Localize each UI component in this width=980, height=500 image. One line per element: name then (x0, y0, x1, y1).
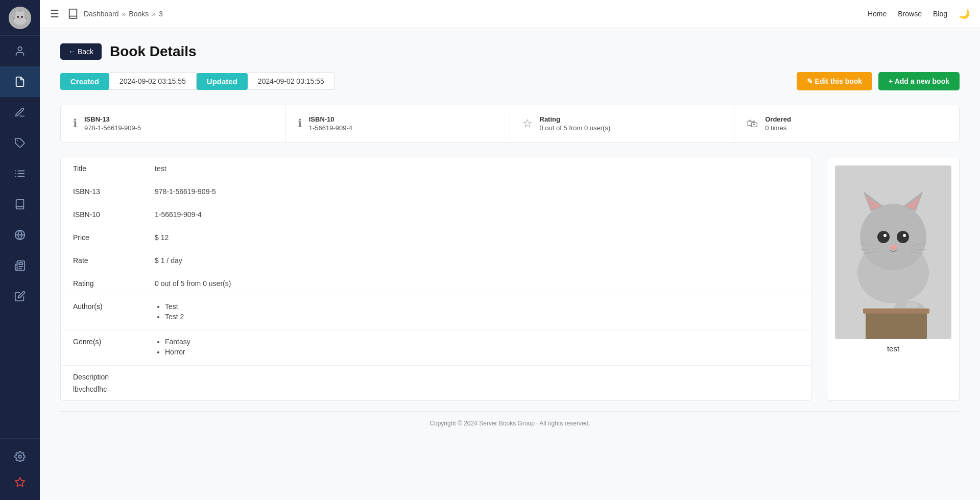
topbar-nav: Home Browse Blog 🌙 (868, 8, 970, 19)
detail-label-rate: Rate (73, 256, 155, 265)
created-value: 2024-09-02 03:15:55 (109, 73, 197, 90)
detail-row-isbn10: ISBN-10 1-56619-909-4 (61, 203, 811, 226)
detail-label-price: Price (73, 233, 155, 242)
isbn10-label: ISBN-10 (309, 115, 352, 123)
dark-mode-toggle[interactable]: 🌙 (959, 8, 970, 19)
detail-row-authors: Author(s) Test Test 2 (61, 295, 811, 330)
detail-row-title: Title test (61, 157, 811, 180)
svg-point-13 (18, 47, 21, 51)
detail-row-price: Price $ 12 (61, 226, 811, 249)
sidebar-item-tags[interactable] (0, 128, 40, 158)
svg-point-35 (903, 234, 906, 237)
book-image-panel: test (827, 157, 960, 401)
info-card-isbn13: ℹ ISBN-13 978-1-56619-909-5 (61, 105, 285, 142)
detail-value-isbn10: 1-56619-909-4 (155, 210, 799, 219)
back-button[interactable]: ← Back (60, 43, 102, 60)
breadcrumb-sep-2: » (152, 10, 156, 18)
svg-rect-46 (863, 308, 929, 314)
nav-home[interactable]: Home (868, 10, 887, 18)
detail-row-rating: Rating 0 out of 5 from 0 user(s) (61, 272, 811, 295)
sidebar-item-settings[interactable] (0, 444, 40, 469)
detail-value-title: test (155, 164, 799, 173)
detail-label-isbn13: ISBN-13 (73, 187, 155, 196)
sidebar-item-book[interactable] (0, 189, 40, 220)
svg-point-36 (890, 245, 897, 250)
isbn10-value: 1-56619-909-4 (309, 124, 352, 132)
isbn13-icon: ℹ (73, 117, 77, 130)
detail-row-rate: Rate $ 1 / day (61, 249, 811, 272)
detail-row-description: Description lbvchcdfhc (61, 366, 811, 400)
svg-point-6 (21, 16, 23, 18)
sidebar-item-list[interactable] (0, 158, 40, 189)
detail-label-title: Title (73, 164, 155, 173)
svg-point-23 (18, 455, 21, 458)
topbar: ☰ Dashboard » Books » 3 Home Browse Blog… (40, 0, 980, 28)
ordered-label: Ordered (765, 115, 791, 123)
info-card-isbn10: ℹ ISBN-10 1-56619-909-4 (285, 105, 510, 142)
breadcrumb: Dashboard » Books » 3 (84, 10, 163, 18)
updated-value: 2024-09-02 03:15:55 (248, 73, 335, 90)
rating-icon: ☆ (522, 117, 533, 130)
ordered-icon: 🛍 (747, 117, 758, 130)
detail-label-description: Description (73, 373, 155, 381)
svg-point-32 (877, 231, 890, 243)
created-badge: Created (60, 73, 109, 90)
avatar[interactable] (0, 0, 40, 36)
add-book-button[interactable]: + Add a new book (878, 72, 960, 90)
detail-label-isbn10: ISBN-10 (73, 210, 155, 219)
info-card-ordered: 🛍 Ordered 0 times (734, 105, 959, 142)
detail-value-rating: 0 out of 5 from 0 user(s) (155, 279, 799, 288)
genre-item-1: Fantasy (165, 338, 799, 346)
main-content: ← Back Book Details Created 2024-09-02 0… (40, 28, 980, 500)
ts-actions: ✎ Edit this book + Add a new book (797, 72, 960, 90)
sidebar-item-write[interactable] (0, 281, 40, 312)
rating-label: Rating (540, 115, 611, 123)
edit-book-button[interactable]: ✎ Edit this book (797, 72, 872, 90)
svg-point-33 (897, 231, 909, 243)
info-cards: ℹ ISBN-13 978-1-56619-909-5 ℹ ISBN-10 1-… (60, 105, 960, 142)
sidebar-item-documents[interactable] (0, 66, 40, 97)
rating-value: 0 out of 5 from 0 user(s) (540, 124, 611, 132)
sidebar-item-user[interactable] (0, 36, 40, 66)
book-cover-image (835, 165, 951, 339)
svg-point-34 (883, 234, 887, 237)
details-section: Title test ISBN-13 978-1-56619-909-5 ISB… (60, 157, 960, 401)
details-table: Title test ISBN-13 978-1-56619-909-5 ISB… (60, 157, 811, 401)
detail-value-rate: $ 1 / day (155, 256, 799, 265)
footer-text: Copyright © 2024 Server Books Group · Al… (429, 420, 590, 427)
svg-rect-45 (866, 311, 927, 339)
page-title: Book Details (110, 43, 197, 60)
svg-point-5 (17, 16, 19, 18)
ordered-value: 0 times (765, 124, 791, 132)
detail-value-authors: Test Test 2 (155, 302, 799, 323)
logo-icon (67, 8, 79, 19)
detail-row-genres: Genre(s) Fantasy Horror (61, 330, 811, 366)
footer: Copyright © 2024 Server Books Group · Al… (60, 411, 960, 435)
detail-value-genres: Fantasy Horror (155, 338, 799, 358)
detail-value-description: lbvchcdfhc (73, 385, 799, 393)
isbn13-value: 978-1-56619-909-5 (84, 124, 141, 132)
hamburger-button[interactable]: ☰ (50, 8, 59, 20)
sidebar-item-news[interactable] (0, 250, 40, 281)
sidebar-item-edit[interactable] (0, 97, 40, 128)
genre-item-2: Horror (165, 348, 799, 356)
detail-row-isbn13: ISBN-13 978-1-56619-909-5 (61, 180, 811, 203)
isbn13-label: ISBN-13 (84, 115, 141, 123)
nav-browse[interactable]: Browse (898, 10, 922, 18)
sidebar-item-alert[interactable] (0, 469, 40, 495)
sidebar-item-globe[interactable] (0, 220, 40, 250)
svg-marker-24 (15, 478, 25, 486)
detail-label-rating: Rating (73, 279, 155, 288)
breadcrumb-dashboard[interactable]: Dashboard (84, 10, 119, 18)
cat-avatar-svg (9, 7, 31, 29)
nav-blog[interactable]: Blog (933, 10, 947, 18)
breadcrumb-books[interactable]: Books (129, 10, 149, 18)
sidebar-bottom (0, 438, 40, 500)
breadcrumb-sep-1: » (122, 10, 126, 18)
detail-value-price: $ 12 (155, 233, 799, 242)
timestamps-row: Created 2024-09-02 03:15:55 Updated 2024… (60, 72, 960, 90)
breadcrumb-id: 3 (159, 10, 163, 18)
page-header: ← Back Book Details (60, 43, 960, 60)
author-item-2: Test 2 (165, 313, 799, 321)
updated-badge: Updated (197, 73, 248, 90)
